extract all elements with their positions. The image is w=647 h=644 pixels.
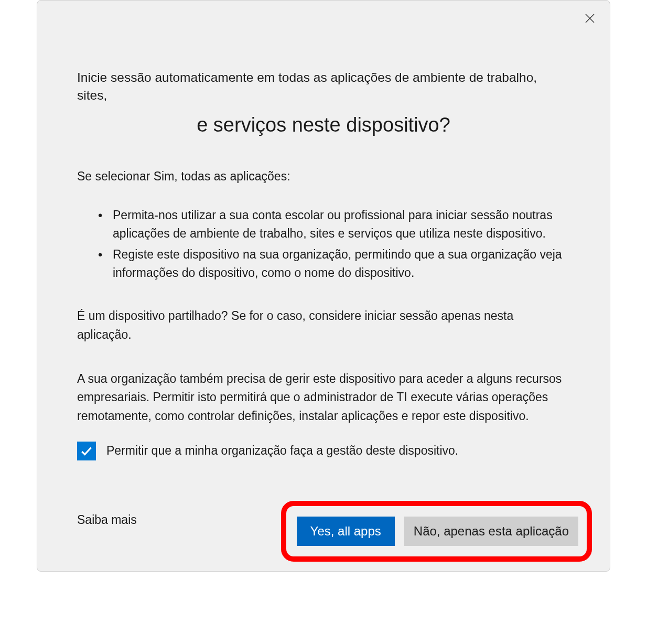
close-icon bbox=[585, 13, 595, 24]
allow-manage-checkbox[interactable] bbox=[77, 442, 96, 460]
org-manage-text: A sua organização também precisa de geri… bbox=[77, 370, 570, 426]
checkbox-row: Permitir que a minha organização faça a … bbox=[77, 442, 570, 460]
close-button[interactable] bbox=[581, 10, 598, 27]
shared-device-text: É um dispositivo partilhado? Se for o ca… bbox=[77, 307, 570, 344]
bullet-list: Permita-nos utilizar a sua conta escolar… bbox=[77, 206, 570, 282]
dialog-heading-line1: Inicie sessão automaticamente em todas a… bbox=[77, 69, 570, 105]
no-this-app-only-button[interactable]: Não, apenas esta aplicação bbox=[404, 517, 578, 546]
bullet-item: Registe este dispositivo na sua organiza… bbox=[98, 245, 570, 282]
yes-all-apps-button[interactable]: Yes, all apps bbox=[297, 517, 395, 546]
checkbox-label: Permitir que a minha organização faça a … bbox=[106, 444, 458, 458]
dialog-heading-line2: e serviços neste dispositivo? bbox=[77, 112, 570, 138]
dialog-subheading: Se selecionar Sim, todas as aplicações: bbox=[77, 167, 570, 186]
bullet-item: Permita-nos utilizar a sua conta escolar… bbox=[98, 206, 570, 242]
checkmark-icon bbox=[80, 444, 93, 458]
button-highlight-box: Yes, all apps Não, apenas esta aplicação bbox=[281, 501, 592, 562]
sign-in-dialog: Inicie sessão automaticamente em todas a… bbox=[37, 0, 610, 572]
dialog-content: Inicie sessão automaticamente em todas a… bbox=[48, 11, 599, 527]
